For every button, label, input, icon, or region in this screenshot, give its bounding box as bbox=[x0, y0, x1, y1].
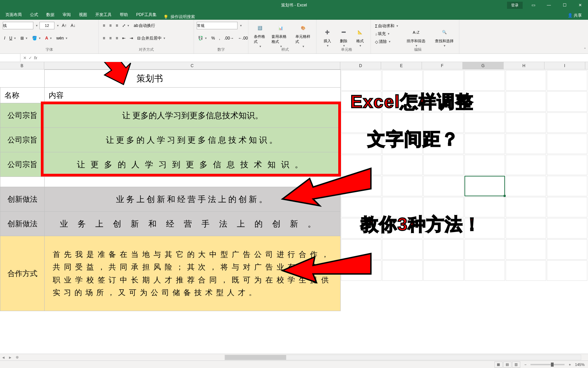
group-label-align: 对齐方式 bbox=[101, 46, 191, 53]
inc-decimal-icon[interactable]: .00→ bbox=[223, 35, 235, 41]
status-bar: ▦ ▤ ▥ − + 145% bbox=[0, 361, 588, 368]
align-left-icon[interactable]: ≡ bbox=[101, 35, 107, 41]
formula-bar: ✕ ✓ fx bbox=[0, 54, 588, 62]
name-box[interactable] bbox=[0, 54, 20, 62]
share-button[interactable]: 👤 共享 bbox=[565, 11, 585, 20]
tab-review[interactable]: 审阅 bbox=[59, 10, 75, 20]
ribbon: ▼ ▼ A↑ A↓ I U▼ ⊞▼ 🪣▼ A▼ wén▼ 字体 ≡ ≡ ≡ ⤢▼… bbox=[0, 20, 588, 54]
align-right-icon[interactable]: ≡ bbox=[114, 35, 119, 41]
title-bar: 策划书 - Excel 登录 ▭ — ☐ ✕ bbox=[0, 0, 588, 10]
tab-pagelayout[interactable]: 页面布局 bbox=[1, 10, 26, 20]
font-size-select[interactable] bbox=[39, 22, 54, 29]
dec-decimal-icon[interactable]: ←.00 bbox=[237, 35, 249, 41]
font-color-button[interactable]: A▼ bbox=[44, 35, 54, 41]
row3-label[interactable]: 创新做法 bbox=[0, 187, 45, 212]
normal-view-icon[interactable]: ▦ bbox=[494, 362, 503, 368]
col-header-I[interactable]: I bbox=[544, 62, 585, 69]
fill-button[interactable]: ↓ 填充▼ bbox=[374, 30, 400, 37]
close-icon[interactable]: ✕ bbox=[572, 0, 588, 10]
zoom-level[interactable]: 145% bbox=[575, 363, 585, 367]
page-layout-view-icon[interactable]: ▤ bbox=[503, 362, 511, 368]
group-label-edit: 编辑 bbox=[374, 46, 462, 53]
col-header-C[interactable]: C bbox=[44, 62, 340, 69]
tab-scroll-left-icon[interactable]: ◄ bbox=[0, 355, 7, 359]
row4-label[interactable]: 创新做法 bbox=[0, 212, 45, 236]
empty-grid[interactable] bbox=[340, 70, 588, 281]
currency-icon[interactable]: 💱▼ bbox=[197, 35, 209, 41]
clear-button[interactable]: ◇ 清除▼ bbox=[374, 38, 400, 45]
cancel-formula-icon[interactable]: ✕ bbox=[23, 56, 27, 60]
shrink-font-icon[interactable]: A↓ bbox=[69, 22, 77, 29]
font-family-select[interactable] bbox=[3, 22, 33, 29]
comma-icon[interactable]: , bbox=[218, 35, 222, 41]
tab-scroll-right-icon[interactable]: ► bbox=[7, 355, 14, 359]
fill-color-button[interactable]: 🪣▼ bbox=[31, 35, 43, 41]
tell-me-search[interactable]: 💡 操作说明搜索 bbox=[163, 14, 195, 20]
outdent-icon[interactable]: ⇤ bbox=[121, 35, 127, 41]
cell-styles-button[interactable]: 🎨单元格样式▼ bbox=[293, 21, 313, 49]
align-bot-icon[interactable]: ≡ bbox=[114, 22, 119, 29]
collapse-ribbon-icon[interactable]: ˄ bbox=[584, 47, 586, 52]
row5-content[interactable]: 首先我是准备在当地与其它的大中型广告公司进行合作，共同受益，共同承担风险；其次，… bbox=[45, 236, 341, 311]
header-content[interactable]: 内容 bbox=[45, 88, 341, 103]
row2-label[interactable]: 公司宗旨 bbox=[0, 152, 45, 177]
row3-content[interactable]: 业务上创新和经营手法上的创新。 bbox=[45, 187, 341, 212]
login-button[interactable]: 登录 bbox=[507, 2, 523, 9]
row0-content[interactable]: 让 更多的人学习到更多信息技术知识。 bbox=[45, 103, 341, 128]
fx-icon[interactable]: fx bbox=[34, 56, 37, 60]
autosum-button[interactable]: Σ 自动求和▼ bbox=[374, 22, 400, 30]
grow-font-icon[interactable]: A↑ bbox=[61, 22, 68, 29]
group-label-number: 数字 bbox=[197, 46, 245, 53]
row1-label[interactable]: 公司宗旨 bbox=[0, 128, 45, 152]
underline-button[interactable]: U▼ bbox=[8, 35, 18, 41]
col-header-D[interactable]: D bbox=[340, 62, 381, 69]
wrap-text-button[interactable]: ab 自动换行 bbox=[132, 22, 157, 29]
horizontal-scrollbar[interactable] bbox=[225, 355, 581, 360]
header-name[interactable]: 名称 bbox=[0, 88, 45, 103]
border-button[interactable]: ⊞▼ bbox=[19, 35, 29, 41]
merge-center-button[interactable]: ⊟ 合并后居中▼ bbox=[136, 35, 167, 42]
page-break-view-icon[interactable]: ▥ bbox=[512, 362, 520, 368]
row4-content[interactable]: 业务上创新和经营手法上的创新。 bbox=[45, 212, 341, 236]
tab-dev[interactable]: 开发工具 bbox=[91, 10, 116, 20]
tab-view[interactable]: 视图 bbox=[75, 10, 91, 20]
number-format-select[interactable] bbox=[197, 22, 238, 29]
table-format-button[interactable]: 📊套用表格格式▼ bbox=[269, 21, 293, 49]
italic-button[interactable]: I bbox=[3, 35, 6, 41]
formula-input[interactable] bbox=[40, 56, 588, 60]
row5-label[interactable]: 合作方式 bbox=[0, 236, 45, 311]
col-header-H[interactable]: H bbox=[504, 62, 544, 69]
maximize-icon[interactable]: ☐ bbox=[557, 0, 572, 10]
enter-formula-icon[interactable]: ✓ bbox=[29, 56, 32, 60]
align-center-icon[interactable]: ≡ bbox=[108, 35, 113, 41]
tab-formulas[interactable]: 公式 bbox=[26, 10, 42, 20]
orientation-icon[interactable]: ⤢▼ bbox=[121, 22, 131, 29]
minimize-icon[interactable]: — bbox=[541, 0, 557, 10]
col-header-E[interactable]: E bbox=[381, 62, 422, 69]
group-label-cells: 单元格 bbox=[319, 46, 374, 53]
worksheet-grid[interactable]: B C D E F G H I 策划书 名称内容 公司宗旨让 更多的人学习到更多… bbox=[0, 62, 588, 361]
align-top-icon[interactable]: ≡ bbox=[101, 22, 107, 29]
row2-content[interactable]: 让更多的人学习到更多信息技术知识。 bbox=[45, 152, 341, 177]
zoom-slider[interactable] bbox=[530, 364, 565, 365]
percent-icon[interactable]: % bbox=[210, 35, 216, 41]
row0-label[interactable]: 公司宗旨 bbox=[0, 103, 45, 128]
col-header-F[interactable]: F bbox=[422, 62, 463, 69]
zoom-in-icon[interactable]: + bbox=[569, 363, 571, 367]
col-header-B[interactable]: B bbox=[0, 62, 44, 69]
title-cell[interactable]: 策划书 bbox=[45, 70, 341, 88]
row1-content[interactable]: 让更多的人学习到更多信息技术知识。 bbox=[45, 128, 341, 152]
tab-data[interactable]: 数据 bbox=[42, 10, 59, 20]
align-mid-icon[interactable]: ≡ bbox=[108, 22, 113, 29]
new-sheet-icon[interactable]: ⊕ bbox=[14, 355, 20, 359]
tab-pdf[interactable]: PDF工具集 bbox=[132, 10, 161, 20]
zoom-out-icon[interactable]: − bbox=[524, 363, 526, 367]
tab-help[interactable]: 帮助 bbox=[116, 10, 132, 20]
ribbon-options-icon[interactable]: ▭ bbox=[525, 0, 541, 10]
active-cell[interactable] bbox=[464, 176, 505, 196]
phonetic-button[interactable]: wén▼ bbox=[55, 35, 69, 41]
col-header-G[interactable]: G bbox=[463, 62, 504, 69]
data-table: 策划书 名称内容 公司宗旨让 更多的人学习到更多信息技术知识。 公司宗旨让更多的… bbox=[0, 70, 341, 311]
indent-icon[interactable]: ⇥ bbox=[128, 35, 134, 41]
conditional-format-button[interactable]: 🔢条件格式▼ bbox=[251, 21, 269, 49]
